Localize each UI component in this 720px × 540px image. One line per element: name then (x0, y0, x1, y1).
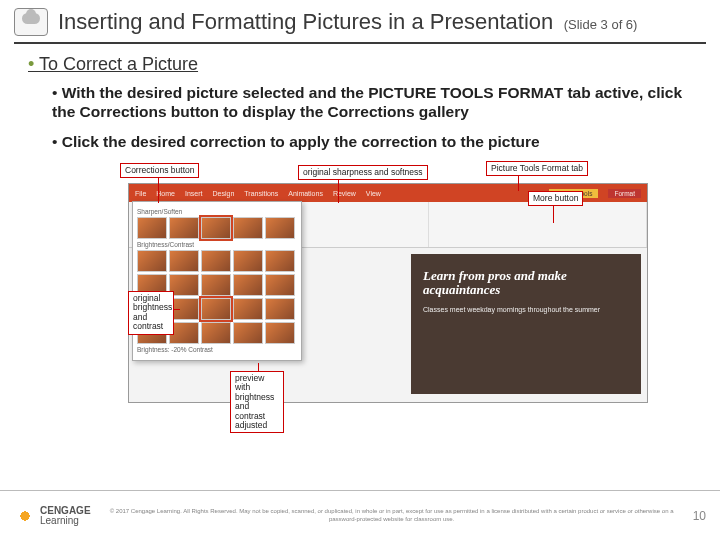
correction-thumb (265, 322, 295, 344)
bullet-2: Click the desired correction to apply th… (52, 132, 692, 151)
gallery-footer: Brightness: -20% Contrast (137, 346, 297, 353)
tab: Review (333, 190, 356, 197)
correction-thumb-selected (201, 217, 231, 239)
slide-footer: CENGAGE Learning © 2017 Cengage Learning… (0, 490, 720, 540)
slide-preview: Learn from pros and make acquaintances C… (411, 254, 641, 394)
brand-line1: CENGAGE (40, 506, 91, 516)
callout-more-button: More button (528, 191, 583, 206)
tab: Home (156, 190, 175, 197)
cloud-monitor-icon (14, 8, 48, 36)
callout-picture-tools-tab: Picture Tools Format tab (486, 161, 588, 176)
correction-thumb (169, 217, 199, 239)
page-number: 10 (693, 509, 706, 523)
correction-thumb (233, 322, 263, 344)
section-heading: To Correct a Picture (28, 54, 692, 75)
correction-thumb (265, 274, 295, 296)
correction-thumb (169, 250, 199, 272)
callout-preview-adjusted: preview with brightness and contrast adj… (230, 371, 284, 433)
corrections-gallery: Sharpen/Soften Brightness/Contrast Brigh… (132, 201, 302, 361)
correction-thumb (137, 250, 167, 272)
correction-thumb (201, 322, 231, 344)
cengage-icon (14, 505, 36, 527)
correction-thumb (265, 217, 295, 239)
correction-thumb (201, 274, 231, 296)
content-area: To Correct a Picture With the desired pi… (0, 44, 720, 421)
callout-line (338, 177, 339, 203)
brand-line2: Learning (40, 516, 91, 526)
correction-thumb (137, 217, 167, 239)
correction-thumb (233, 250, 263, 272)
bullet-1: With the desired picture selected and th… (52, 83, 692, 122)
format-tab: Format (608, 189, 641, 198)
tab: Transitions (244, 190, 278, 197)
correction-thumb-selected (201, 298, 231, 320)
slide-subtext: Classes meet weekday mornings throughout… (423, 306, 629, 313)
slide-header: Inserting and Formatting Pictures in a P… (0, 0, 720, 40)
slide-headline: Learn from pros and make acquaintances (423, 269, 629, 298)
gallery-section-2: Brightness/Contrast (137, 241, 297, 248)
figure-screenshot: Corrections button original sharpness an… (88, 161, 652, 421)
tab: Design (212, 190, 234, 197)
callout-original-sharpness: original sharpness and softness (298, 165, 428, 180)
callout-corrections-button: Corrections button (120, 163, 199, 178)
cengage-logo: CENGAGE Learning (14, 505, 91, 527)
correction-thumb (201, 250, 231, 272)
tab: File (135, 190, 146, 197)
correction-thumb (233, 274, 263, 296)
correction-thumb (265, 298, 295, 320)
gallery-section-1: Sharpen/Soften (137, 208, 297, 215)
callout-original-bc: original brightness and contrast (128, 291, 174, 334)
slide-title: Inserting and Formatting Pictures in a P… (58, 9, 553, 34)
tab: Animations (288, 190, 323, 197)
copyright-text: © 2017 Cengage Learning. All Rights Rese… (91, 508, 693, 522)
correction-thumb (233, 217, 263, 239)
tab: Insert (185, 190, 203, 197)
slide-indicator: (Slide 3 of 6) (564, 17, 638, 32)
callout-line (158, 175, 159, 203)
tab: View (366, 190, 381, 197)
correction-thumb (265, 250, 295, 272)
correction-thumb (233, 298, 263, 320)
